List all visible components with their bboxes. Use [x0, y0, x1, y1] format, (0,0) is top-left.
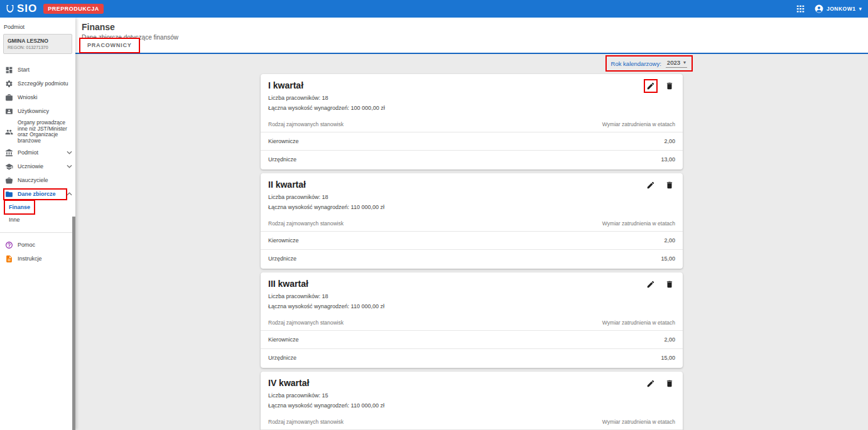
table-row: Urzędnicze 15,00	[261, 250, 683, 269]
employees-line: Liczba pracowników: 15	[261, 392, 683, 399]
document-icon	[5, 255, 13, 263]
sidebar-item-label: Podmiot	[18, 149, 38, 156]
trash-icon	[665, 82, 674, 90]
wages-line: Łączna wysokość wynagrodzeń: 100 000,00 …	[261, 105, 683, 112]
fte-value: 2,00	[664, 138, 675, 144]
card-actions	[645, 278, 675, 290]
sidebar-item-label: Organy prowadzące inne niż JST/Minister …	[18, 120, 73, 144]
sio-logo[interactable]: SIO	[5, 3, 37, 15]
pencil-icon	[646, 82, 655, 90]
gear-icon	[5, 80, 13, 88]
employees-value: 18	[322, 95, 328, 101]
sidebar-subitem-finanse[interactable]: Finanse	[5, 201, 34, 213]
fte-value: 2,00	[664, 336, 675, 343]
apps-grid-icon[interactable]	[795, 4, 806, 14]
position-name: Urzędnicze	[268, 255, 296, 262]
edit-button[interactable]	[645, 279, 656, 290]
employees-value: 18	[322, 194, 328, 200]
help-circle-icon	[5, 241, 13, 249]
sidebar-item-pomoc[interactable]: Pomoc	[0, 238, 75, 252]
table-rows: Kierownicze 2,00 Urzędnicze 15,00	[261, 331, 683, 368]
sidebar-item-wnioski[interactable]: Wnioski	[0, 90, 75, 104]
sidebar-subitem-inne[interactable]: Inne	[5, 213, 24, 226]
wages-label: Łączna wysokość wynagrodzeń:	[268, 303, 349, 309]
sidebar-item-label: Nauczyciele	[18, 177, 48, 183]
chevron-up-icon	[67, 191, 73, 196]
edit-button[interactable]	[645, 80, 656, 92]
entity-card: GMINA LESZNO REGON: 013271370	[3, 34, 72, 54]
entity-name: GMINA LESZNO	[8, 38, 68, 44]
sidebar-item-uczniowie[interactable]: Uczniowie	[0, 159, 75, 173]
delete-button[interactable]	[664, 279, 675, 290]
edit-button[interactable]	[645, 180, 656, 191]
sidebar-nav: Start Szczegóły podmiotu Wnioski	[0, 63, 75, 266]
year-selector-value: 2023	[667, 59, 680, 66]
trash-icon	[665, 379, 674, 388]
topbar: SIO PREPRODUKCJA JONKOW1 ▾	[0, 0, 868, 18]
position-name: Urzędnicze	[268, 355, 296, 361]
user-menu[interactable]: JONKOW1 ▾	[815, 4, 862, 13]
employees-label: Liczba pracowników:	[268, 194, 320, 200]
table-row: Kierownicze 2,00	[261, 132, 683, 151]
quarter-title: II kwartał	[268, 179, 306, 190]
chevron-down-icon	[67, 164, 73, 169]
sidebar-item-dane-zbiorcze[interactable]: Dane zbiorcze	[0, 187, 75, 201]
table-rows: Kierownicze 2,00 Urzędnicze 15,00	[261, 232, 683, 269]
column-header-position: Rodzaj zajmowanych stanowisk	[268, 121, 344, 127]
column-header-fte: Wymiar zatrudnienia w etatach	[602, 419, 675, 425]
pencil-icon	[646, 379, 655, 388]
trash-icon	[665, 181, 674, 190]
year-selector[interactable]: Rok kalendarzowy: 2023 ▾	[607, 56, 692, 70]
graduation-cap-icon	[5, 163, 13, 171]
sidebar-item-label: Użytkownicy	[18, 108, 49, 114]
sidebar-item-label: Uczniowie	[18, 163, 43, 169]
sio-shield-icon	[5, 4, 15, 14]
delete-button[interactable]	[664, 378, 675, 389]
table-header-row: Rodzaj zajmowanych stanowisk Wymiar zatr…	[261, 414, 683, 430]
sidebar-item-label: Start	[18, 67, 30, 73]
edit-button[interactable]	[645, 378, 656, 389]
column-header-fte: Wymiar zatrudnienia w etatach	[602, 220, 675, 227]
sidebar-item-start[interactable]: Start	[0, 63, 75, 77]
table-row: Kierownicze 2,00	[261, 331, 683, 349]
page-title: Finanse	[82, 22, 868, 32]
employees-value: 18	[322, 293, 328, 299]
wages-label: Łączna wysokość wynagrodzeń:	[268, 204, 349, 210]
entity-section-label: Podmiot	[0, 18, 75, 34]
sidebar-item-instrukcje[interactable]: Instrukcje	[0, 252, 75, 266]
username: JONKOW1	[827, 6, 855, 12]
year-selector-value-wrap: 2023 ▾	[666, 59, 687, 68]
column-header-position: Rodzaj zajmowanych stanowisk	[268, 320, 344, 326]
sidebar-scrollbar[interactable]	[72, 217, 75, 430]
wages-value: 110 000,00 zł	[351, 402, 384, 409]
sidebar-item-uzytkownicy[interactable]: Użytkownicy	[0, 104, 75, 118]
caret-down-icon: ▾	[683, 60, 686, 65]
employees-label: Liczba pracowników:	[268, 95, 320, 101]
sidebar-item-szczegoly-podmiotu[interactable]: Szczegóły podmiotu	[0, 77, 75, 90]
delete-button[interactable]	[664, 180, 675, 191]
employees-line: Liczba pracowników: 18	[261, 95, 683, 102]
quarter-card: IV kwartał Liczba pracowników: 15 Łączna…	[261, 372, 683, 430]
briefcase-icon	[5, 176, 13, 185]
sidebar-item-organy-prowadzace[interactable]: Organy prowadzące inne niż JST/Minister …	[0, 118, 75, 146]
sidebar: Podmiot GMINA LESZNO REGON: 013271370 St…	[0, 18, 75, 430]
sidebar-item-nauczyciele[interactable]: Nauczyciele	[0, 173, 75, 187]
people-icon	[5, 128, 13, 136]
table-row: Urzędnicze 13,00	[261, 151, 683, 169]
avatar-icon	[815, 4, 823, 13]
sidebar-item-podmiot[interactable]: Podmiot	[0, 146, 75, 159]
column-header-position: Rodzaj zajmowanych stanowisk	[268, 419, 344, 425]
tab-pracownicy[interactable]: PRACOWNICY	[80, 39, 139, 52]
delete-button[interactable]	[664, 80, 675, 92]
sidebar-item-label: Instrukcje	[18, 255, 42, 262]
logo-text: SIO	[17, 3, 37, 15]
position-name: Kierownicze	[268, 237, 299, 244]
wages-line: Łączna wysokość wynagrodzeń: 110 000,00 …	[261, 402, 683, 409]
employees-label: Liczba pracowników:	[268, 392, 320, 399]
sidebar-item-label: Szczegóły podmiotu	[18, 80, 68, 87]
column-header-fte: Wymiar zatrudnienia w etatach	[602, 320, 675, 326]
pencil-icon	[646, 280, 655, 289]
quarter-card: III kwartał Liczba pracowników: 18 Łączn…	[261, 272, 683, 368]
chevron-down-icon	[67, 150, 73, 155]
environment-badge: PREPRODUKCJA	[43, 4, 104, 14]
